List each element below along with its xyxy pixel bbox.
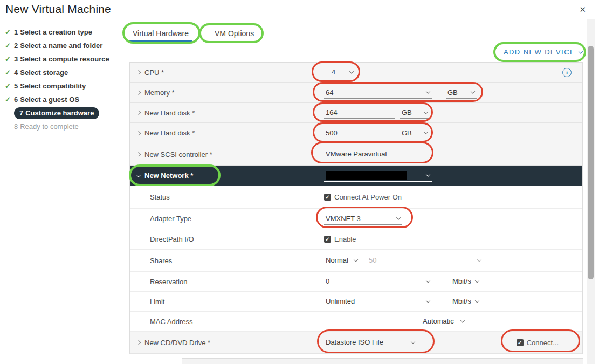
reservation-unit-select[interactable]: Mbit/s [451,276,481,287]
row-hard-disk-1: New Hard disk * 164 GB [130,103,582,123]
chevron-down-icon [424,129,428,134]
hard-disk-2-unit-select[interactable]: GB [400,127,430,139]
cpu-label: CPU * [144,68,164,77]
chevron-right-icon[interactable] [136,340,141,345]
connect-at-power-on-checkbox[interactable]: ✓ Connect At Power On [324,193,402,201]
sidebar-step-2[interactable]: ✓ 2Select a name and folder [3,39,127,52]
row-network-status: Status ✓ Connect At Power On [130,186,582,209]
directpath-label: DirectPath I/O [150,235,194,243]
reservation-label: Reservation [150,278,187,286]
limit-value-combobox[interactable]: Unlimited [324,296,432,307]
memory-value-combobox[interactable]: 64 [324,87,432,99]
check-icon: ✓ [3,68,14,77]
hard-disk-2-size-input[interactable]: 500 [324,127,395,139]
directpath-enable-checkbox[interactable]: ✓ Enable [324,235,356,243]
step-label: Select storage [20,68,68,77]
checkbox-checked-icon: ✓ [324,194,331,201]
adapter-type-select[interactable]: VMXNET 3 [324,213,402,225]
chevron-down-icon [354,257,358,262]
step-label: Select a guest OS [20,95,79,104]
memory-unit-select[interactable]: GB [446,87,477,99]
chevron-down-icon [426,89,430,93]
mac-mode-select[interactable]: Automatic [421,315,466,327]
check-icon: ✓ [3,55,14,63]
chevron-right-icon[interactable] [136,131,141,135]
partial-next-row [182,358,583,364]
checkbox-checked-icon: ✓ [324,236,331,243]
shares-label: Shares [150,257,172,265]
scrollbar-thumb[interactable] [588,46,594,279]
check-icon: ✓ [3,95,14,104]
row-mac-address: MAC Address Automatic [130,312,582,332]
limit-label: Limit [150,298,164,306]
check-icon: ✓ [3,82,14,90]
memory-label: Memory * [144,88,175,97]
chevron-down-icon [426,172,430,176]
mac-address-label: MAC Address [150,318,192,326]
mac-address-input[interactable] [324,315,413,327]
chevron-down-icon [426,298,430,303]
check-icon: ✓ [3,28,14,36]
step-label: Select a name and folder [20,42,102,50]
row-reservation: Reservation 0 Mbit/s [130,272,582,292]
sidebar-step-3[interactable]: ✓ 3Select a compute resource [3,52,127,66]
chevron-down-icon [475,278,479,283]
new-vm-wizard-dialog: New Virtual Machine ✕ ✓ 1Select a creati… [0,0,599,364]
chevron-down-icon[interactable] [136,173,141,177]
chevron-down-icon [579,49,583,53]
row-memory: Memory * 64 GB [130,83,582,103]
chevron-down-icon [426,278,430,283]
step-label: Ready to complete [20,122,78,131]
chevron-right-icon[interactable] [136,152,141,156]
hard-disk-2-label: New Hard disk * [144,129,195,137]
step-label: Select a compute resource [20,55,109,63]
row-cpu: CPU * 4 i [130,63,582,83]
reservation-value-combobox[interactable]: 0 [324,276,432,287]
checkbox-checked-icon: ✓ [517,339,524,346]
chevron-down-icon [460,318,465,322]
row-shares: Shares Normal 50 [130,250,582,272]
chevron-right-icon[interactable] [136,90,141,94]
chevron-right-icon[interactable] [136,70,141,74]
chevron-down-icon [475,298,479,303]
chevron-down-icon [396,215,401,219]
row-directpath: DirectPath I/O ✓ Enable [130,229,582,250]
cddvd-connect-checkbox[interactable]: ✓ Connect... [517,339,559,347]
add-new-device-button[interactable]: ADD NEW DEVICE [504,48,582,56]
tab-vm-options[interactable]: VM Options [211,25,257,43]
sidebar-step-7-active[interactable]: 7Customize hardware [3,106,127,120]
row-adapter-type: Adapter Type VMXNET 3 [130,209,582,229]
hard-disk-1-unit-select[interactable]: GB [400,107,430,119]
sidebar-step-1[interactable]: ✓ 1Select a creation type [3,25,127,39]
step-label: Customize hardware [25,109,94,117]
cpu-select[interactable]: 4 [324,66,355,78]
check-icon: ✓ [3,42,14,50]
chevron-down-icon [411,339,415,344]
tab-bar: Virtual Hardware VM Options [129,24,589,43]
sidebar-step-8[interactable]: 8Ready to complete [3,120,127,133]
chevron-right-icon[interactable] [136,111,141,115]
shares-level-select[interactable]: Normal [324,255,360,266]
shares-amount-input-disabled: 50 [367,255,483,266]
network-select-redacted[interactable] [324,170,432,182]
limit-unit-select[interactable]: Mbit/s [451,296,481,307]
wizard-steps-sidebar: ✓ 1Select a creation type ✓ 2Select a na… [3,25,127,133]
tab-virtual-hardware[interactable]: Virtual Hardware [129,25,192,43]
directpath-enable-label: Enable [334,235,356,243]
step-label: Select a creation type [20,28,92,36]
dialog-header: New Virtual Machine ✕ [0,0,599,18]
chevron-down-icon [349,69,354,73]
cddvd-label: New CD/DVD Drive * [144,339,210,347]
cddvd-connect-label: Connect... [527,339,559,347]
row-limit: Limit Unlimited Mbit/s [130,292,582,312]
cddvd-media-select[interactable]: Datastore ISO File [324,336,417,348]
row-hard-disk-2: New Hard disk * 500 GB [130,123,582,143]
info-icon[interactable]: i [562,68,572,77]
sidebar-step-6[interactable]: ✓ 6Select a guest OS [3,93,127,106]
sidebar-step-4[interactable]: ✓ 4Select storage [3,66,127,79]
scsi-controller-select[interactable]: VMware Paravirtual [324,148,432,160]
row-new-network-expanded: New Network * [130,166,582,186]
hard-disk-1-size-input[interactable]: 164 [324,107,395,119]
close-icon[interactable]: ✕ [579,5,586,13]
sidebar-step-5[interactable]: ✓ 5Select compatibility [3,79,127,93]
